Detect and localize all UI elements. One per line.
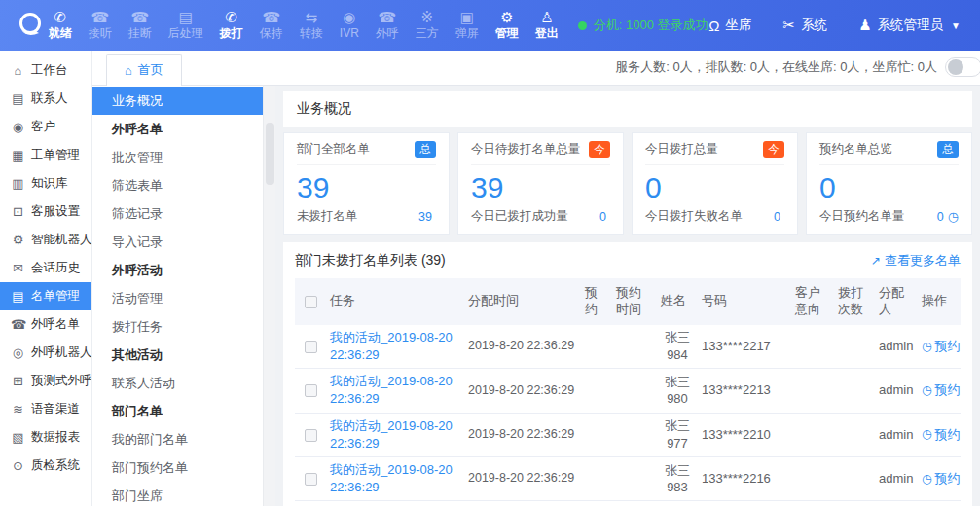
reserve-link[interactable]: ◷ 预约: [922, 381, 957, 399]
customer-name: 张三: [661, 462, 694, 480]
sidebar-item[interactable]: ⊞ 预测式外呼: [0, 367, 91, 395]
topbar-nav-label: 外呼: [376, 27, 399, 40]
dial-count-cell: [834, 501, 875, 506]
topbar-nav-icon: ☎: [131, 10, 150, 26]
home-icon: ⌂: [125, 63, 132, 78]
sidebar-item[interactable]: ▤ 联系人: [0, 85, 91, 113]
sidebar-item-label: 联系人: [31, 90, 68, 107]
secondary-menu-item[interactable]: 部门预约名单: [92, 453, 263, 482]
reservation-cell: [581, 325, 612, 369]
secondary-menu-item[interactable]: 活动管理: [92, 284, 263, 312]
topbar-nav-label: 就绪: [49, 27, 72, 40]
assign-time-cell: 2019-8-20 22:36:29: [464, 501, 581, 506]
secondary-menu-item[interactable]: 部门坐席: [92, 482, 263, 506]
topbar-nav-item[interactable]: ☎ 接听: [89, 10, 112, 40]
secondary-menu-item[interactable]: 部门名单: [92, 397, 263, 425]
stat-card-footer-value: 0: [774, 210, 784, 224]
sidebar-item[interactable]: ▦ 工单管理: [0, 141, 91, 169]
sidebar-item[interactable]: ⌂ 工作台: [0, 56, 91, 85]
sidebar-item[interactable]: ▧ 数据报表: [0, 423, 91, 452]
topbar-nav-icon: ※: [421, 10, 434, 26]
table-row: 我的活动_2019-08-20 22:36:29 2019-8-20 22:36…: [295, 325, 961, 369]
topbar-user-item[interactable]: Ω 坐席: [708, 17, 759, 34]
sidebar-item-icon: ◎: [11, 345, 25, 360]
topbar-nav-item[interactable]: ※ 三方: [416, 10, 439, 40]
task-cell: 我的活动_2019-08-20 22:36:29: [326, 325, 464, 369]
secondary-menu-item[interactable]: 业务概况: [92, 87, 263, 115]
row-select-cell: [295, 325, 326, 369]
sidebar-item[interactable]: ✉ 会话历史: [0, 254, 91, 282]
sidebar-item-label: 工作台: [31, 62, 68, 79]
topbar-nav-item[interactable]: ☎ 挂断: [128, 10, 152, 40]
sidebar-item[interactable]: ⊡ 客服设置: [0, 198, 91, 226]
sidebar-item[interactable]: ◉ 客户: [0, 113, 91, 141]
sidebar-item[interactable]: ▥ 知识库: [0, 169, 91, 198]
tab-home-label: 首页: [138, 61, 163, 79]
row-checkbox[interactable]: [305, 341, 317, 353]
topbar-nav-item[interactable]: ✆ 就绪: [49, 10, 72, 40]
sidebar-item[interactable]: ▤ 名单管理: [0, 282, 91, 310]
sidebar-item[interactable]: ⊙ 质检系统: [0, 452, 91, 480]
topbar-nav-item[interactable]: ✆ 拨打: [220, 10, 243, 40]
scrollbar-thumb[interactable]: [266, 123, 274, 185]
secondary-menu-item[interactable]: 联系人活动: [92, 369, 263, 397]
table-body: 我的活动_2019-08-20 22:36:29 2019-8-20 22:36…: [295, 325, 961, 506]
row-checkbox[interactable]: [305, 384, 317, 397]
topbar-nav-item[interactable]: ◉ IVR: [340, 10, 359, 40]
clock-icon: ◷: [922, 339, 931, 355]
topbar-nav-icon: ☎: [379, 10, 397, 26]
sidebar-item[interactable]: ⚙ 智能机器人: [0, 226, 91, 254]
column-header: 预约时间: [612, 278, 657, 325]
tab-home[interactable]: ⌂ 首页: [106, 54, 182, 86]
stats-toggle[interactable]: [945, 57, 980, 77]
topbar-nav-item[interactable]: ▣ 弹屏: [455, 10, 479, 40]
select-all-checkbox[interactable]: [305, 296, 317, 308]
topbar-nav-item[interactable]: ⚙ 管理: [495, 10, 519, 40]
reserve-link[interactable]: ◷ 预约: [922, 426, 957, 444]
stat-card-footer: 未拨打名单 39: [297, 208, 436, 225]
app-logo-icon[interactable]: [14, 9, 47, 42]
action-cell: ◷ 预约: [918, 413, 961, 456]
topbar-nav-label: 拨打: [220, 27, 243, 40]
task-link[interactable]: 我的活动_2019-08-20 22:36:29: [330, 418, 453, 451]
sidebar-item[interactable]: ☎ 外呼名单: [0, 310, 91, 339]
topbar-user-item[interactable]: ✂ 系统: [783, 17, 836, 34]
secondary-menu-item[interactable]: 外呼名单: [92, 115, 263, 143]
secondary-menu-item[interactable]: 筛选记录: [92, 199, 263, 228]
secondary-menu-item[interactable]: 导入记录: [92, 228, 263, 256]
secondary-menu-item[interactable]: 外呼活动: [92, 256, 263, 284]
secondary-menu-item[interactable]: 我的部门名单: [92, 425, 263, 453]
secondary-menu-item[interactable]: 批次管理: [92, 143, 263, 171]
row-checkbox[interactable]: [305, 473, 317, 486]
assignee-cell: admin: [875, 369, 918, 413]
row-checkbox[interactable]: [305, 429, 317, 442]
stat-card-footer-label: 今日拨打失败名单: [645, 208, 743, 225]
menu-scrollbar[interactable]: [263, 86, 275, 506]
reserve-link[interactable]: ◷ 预约: [922, 338, 957, 355]
stat-card-header: 预约名单总览 总: [819, 141, 959, 165]
topbar-user-item[interactable]: ♟ 系统管理员 ▼: [858, 17, 961, 34]
topbar-nav-item[interactable]: ▤ 后处理: [168, 10, 203, 40]
assign-time-cell: 2019-8-20 22:36:29: [464, 369, 581, 413]
topbar-nav-item[interactable]: ☎ 外呼: [376, 10, 399, 40]
secondary-menu-item[interactable]: 其他活动: [92, 341, 263, 369]
sidebar-item-icon: ⊞: [11, 374, 25, 388]
reserve-link[interactable]: ◷ 预约: [922, 470, 957, 488]
topbar-nav-item[interactable]: ☎ 保持: [260, 10, 283, 40]
sidebar-item[interactable]: ◎ 外呼机器人: [0, 339, 91, 367]
phone-cell: 133****2216: [698, 456, 791, 500]
topbar-nav-item[interactable]: ⇆ 转接: [300, 10, 323, 40]
stat-card-footer: 今日拨打失败名单 0: [645, 208, 784, 225]
task-link[interactable]: 我的活动_2019-08-20 22:36:29: [330, 330, 453, 362]
task-link[interactable]: 我的活动_2019-08-20 22:36:29: [330, 374, 453, 406]
assignee-cell: admin: [875, 325, 918, 369]
view-more-link[interactable]: ↗ 查看更多名单: [871, 252, 961, 270]
sidebar-item[interactable]: ≋ 语音渠道: [0, 395, 91, 423]
reserve-label: 预约: [934, 470, 960, 488]
overview-title-panel: 业务概况: [283, 91, 972, 126]
secondary-menu-item[interactable]: 筛选表单: [92, 171, 263, 199]
topbar-nav-item[interactable]: ♙ 登出: [535, 10, 559, 40]
sidebar-item-label: 外呼机器人: [31, 344, 92, 361]
secondary-menu-item[interactable]: 拨打任务: [92, 312, 263, 341]
task-link[interactable]: 我的活动_2019-08-20 22:36:29: [330, 462, 453, 494]
